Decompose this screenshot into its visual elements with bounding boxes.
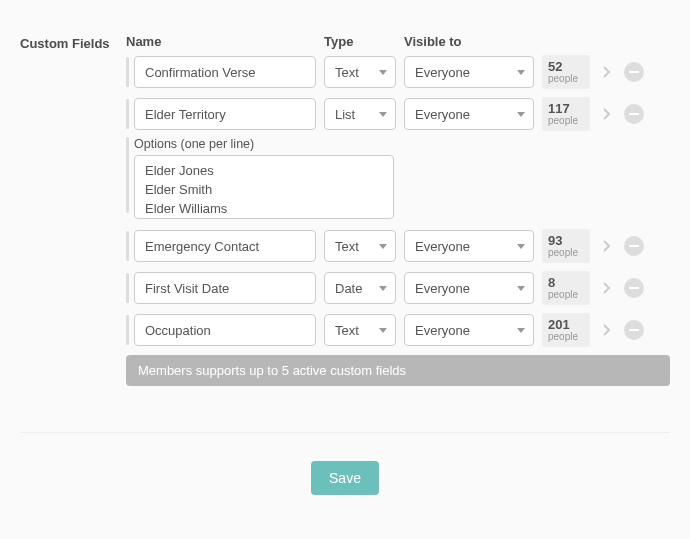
field-type-value: Text: [335, 65, 359, 80]
field-visible-select[interactable]: Everyone: [404, 314, 534, 346]
chevron-right-icon: [603, 282, 611, 294]
open-field-button[interactable]: [598, 272, 616, 304]
field-visible-value: Everyone: [415, 281, 470, 296]
chevron-down-icon: [517, 286, 525, 291]
minus-icon: [629, 113, 639, 115]
open-field-button[interactable]: [598, 98, 616, 130]
field-visible-value: Everyone: [415, 65, 470, 80]
header-type: Type: [324, 34, 396, 49]
open-field-button[interactable]: [598, 56, 616, 88]
chevron-right-icon: [603, 66, 611, 78]
field-row: Text Everyone 52 people: [126, 55, 670, 89]
section-label: Custom Fields: [20, 34, 116, 386]
minus-icon: [629, 245, 639, 247]
field-row: List Everyone 117 people: [126, 97, 670, 131]
chevron-down-icon: [379, 112, 387, 117]
field-visible-select[interactable]: Everyone: [404, 230, 534, 262]
field-type-value: Text: [335, 323, 359, 338]
remove-field-button[interactable]: [624, 62, 644, 82]
chevron-down-icon: [517, 244, 525, 249]
chevron-right-icon: [603, 240, 611, 252]
chevron-right-icon: [603, 108, 611, 120]
minus-icon: [629, 71, 639, 73]
minus-icon: [629, 287, 639, 289]
people-label: people: [548, 332, 584, 342]
chevron-down-icon: [517, 328, 525, 333]
people-count: 93: [548, 234, 584, 247]
remove-field-button[interactable]: [624, 104, 644, 124]
field-type-select[interactable]: List: [324, 98, 396, 130]
remove-field-button[interactable]: [624, 278, 644, 298]
people-count-box: 8 people: [542, 271, 590, 305]
field-row: Text Everyone 93 people: [126, 229, 670, 263]
chevron-down-icon: [379, 286, 387, 291]
field-name-input[interactable]: [134, 272, 316, 304]
field-visible-value: Everyone: [415, 323, 470, 338]
remove-field-button[interactable]: [624, 236, 644, 256]
field-type-value: List: [335, 107, 355, 122]
field-type-select[interactable]: Text: [324, 230, 396, 262]
options-label: Options (one per line): [134, 137, 670, 151]
save-button[interactable]: Save: [311, 461, 379, 495]
people-count: 117: [548, 102, 584, 115]
chevron-down-icon: [379, 244, 387, 249]
chevron-down-icon: [379, 70, 387, 75]
field-name-input[interactable]: [134, 56, 316, 88]
field-visible-select[interactable]: Everyone: [404, 56, 534, 88]
people-count-box: 117 people: [542, 97, 590, 131]
field-name-input[interactable]: [134, 314, 316, 346]
people-count: 201: [548, 318, 584, 331]
people-label: people: [548, 74, 584, 84]
column-headers: Name Type Visible to: [126, 34, 670, 49]
field-type-select[interactable]: Text: [324, 56, 396, 88]
field-row: Date Everyone 8 people: [126, 271, 670, 305]
people-label: people: [548, 290, 584, 300]
header-name: Name: [126, 34, 316, 49]
field-name-input[interactable]: [134, 98, 316, 130]
people-count: 52: [548, 60, 584, 73]
field-type-value: Text: [335, 239, 359, 254]
field-visible-select[interactable]: Everyone: [404, 98, 534, 130]
open-field-button[interactable]: [598, 314, 616, 346]
people-count-box: 201 people: [542, 313, 590, 347]
remove-field-button[interactable]: [624, 320, 644, 340]
people-label: people: [548, 116, 584, 126]
field-row: Text Everyone 201 people: [126, 313, 670, 347]
open-field-button[interactable]: [598, 230, 616, 262]
field-visible-select[interactable]: Everyone: [404, 272, 534, 304]
field-type-select[interactable]: Text: [324, 314, 396, 346]
people-label: people: [548, 248, 584, 258]
chevron-down-icon: [379, 328, 387, 333]
field-name-input[interactable]: [134, 230, 316, 262]
people-count-box: 93 people: [542, 229, 590, 263]
divider: [20, 432, 670, 433]
limit-banner: Members supports up to 5 active custom f…: [126, 355, 670, 386]
chevron-right-icon: [603, 324, 611, 336]
field-visible-value: Everyone: [415, 107, 470, 122]
header-visible: Visible to: [404, 34, 534, 49]
field-type-select[interactable]: Date: [324, 272, 396, 304]
field-options-block: Options (one per line) Elder Jones Elder…: [126, 137, 670, 219]
minus-icon: [629, 329, 639, 331]
people-count-box: 52 people: [542, 55, 590, 89]
options-textarea[interactable]: Elder Jones Elder Smith Elder Williams: [134, 155, 394, 219]
people-count: 8: [548, 276, 584, 289]
field-visible-value: Everyone: [415, 239, 470, 254]
chevron-down-icon: [517, 112, 525, 117]
chevron-down-icon: [517, 70, 525, 75]
field-type-value: Date: [335, 281, 362, 296]
